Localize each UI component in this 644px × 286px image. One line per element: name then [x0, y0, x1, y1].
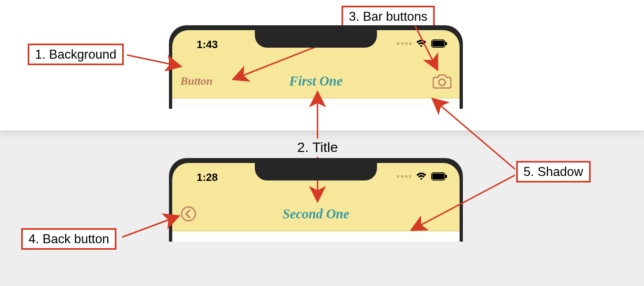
nav-left-slot — [180, 206, 229, 222]
wifi-icon — [416, 172, 427, 181]
nav-row-first: Button First One — [180, 71, 451, 91]
nav-title-first: First One — [229, 74, 403, 89]
nav-button-left[interactable]: Button — [180, 75, 212, 88]
cellular-dots-icon — [397, 175, 412, 178]
nav-right-slot — [403, 73, 451, 89]
annotation-title: 2. Title — [297, 139, 338, 155]
svg-rect-1 — [432, 41, 444, 46]
nav-left-slot: Button — [180, 75, 229, 88]
nav-row-second: Second One — [180, 204, 451, 224]
nav-title-second: Second One — [229, 207, 403, 222]
wifi-icon — [416, 39, 427, 48]
svg-rect-5 — [432, 174, 444, 179]
svg-point-7 — [182, 207, 195, 221]
cellular-dots-icon — [397, 42, 412, 45]
phone-mock-first: 1:43 Button First One — [169, 25, 463, 109]
svg-rect-2 — [445, 42, 447, 45]
notch-icon — [255, 158, 377, 180]
svg-point-3 — [439, 79, 445, 86]
annotation-bar-buttons: 3. Bar buttons — [342, 6, 435, 27]
status-icons-right — [397, 172, 447, 181]
phone-mock-second: 1:28 Second One — [169, 158, 463, 242]
camera-icon[interactable] — [433, 73, 451, 89]
annotation-shadow: 5. Shadow — [516, 161, 591, 183]
battery-icon — [431, 172, 447, 180]
annotation-back-button: 4. Back button — [21, 228, 116, 250]
status-icons-right — [397, 39, 447, 48]
status-time: 1:43 — [197, 38, 218, 51]
svg-rect-6 — [445, 175, 447, 178]
content-area-second — [172, 231, 460, 242]
battery-icon — [431, 40, 447, 48]
status-time: 1:28 — [197, 171, 218, 184]
back-button[interactable] — [180, 206, 197, 222]
content-area-first — [172, 99, 460, 109]
annotation-background: 1. Background — [28, 44, 124, 65]
notch-icon — [255, 25, 377, 48]
